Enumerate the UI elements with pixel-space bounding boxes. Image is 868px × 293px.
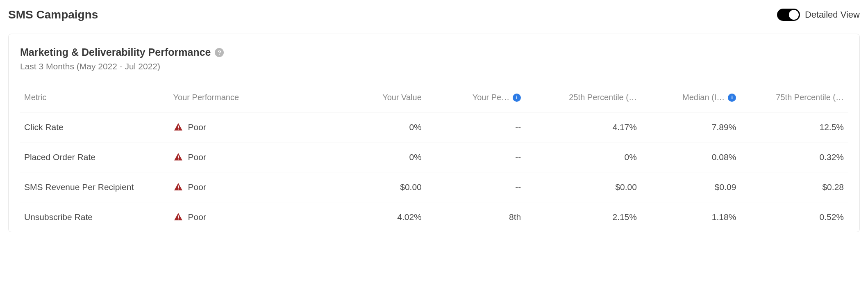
svg-rect-3 bbox=[178, 159, 179, 160]
col-median: Median (I… i bbox=[641, 83, 740, 112]
table-row: Unsubscribe RatePoor4.02%8th2.15%1.18%0.… bbox=[20, 202, 848, 232]
card-subtitle: Last 3 Months (May 2022 - Jul 2022) bbox=[20, 62, 848, 71]
percentile-cell: -- bbox=[426, 142, 525, 172]
svg-rect-0 bbox=[178, 126, 179, 128]
card-title: Marketing & Deliverability Performance bbox=[20, 46, 211, 58]
percentile-cell: -- bbox=[426, 112, 525, 142]
table-row: SMS Revenue Per RecipientPoor$0.00--$0.0… bbox=[20, 172, 848, 202]
svg-rect-5 bbox=[178, 189, 179, 190]
p25-cell: $0.00 bbox=[525, 172, 641, 202]
warning-icon bbox=[173, 212, 183, 222]
performance-label: Poor bbox=[188, 182, 206, 192]
performance-cell: Poor bbox=[169, 202, 318, 232]
performance-card: Marketing & Deliverability Performance ?… bbox=[8, 34, 860, 232]
warning-icon bbox=[173, 122, 183, 132]
warning-icon bbox=[173, 152, 183, 162]
metric-cell: Unsubscribe Rate bbox=[20, 202, 169, 232]
col-performance: Your Performance bbox=[169, 83, 318, 112]
p25-cell: 4.17% bbox=[525, 112, 641, 142]
col-value: Your Value bbox=[318, 83, 426, 112]
table-header-row: Metric Your Performance Your Value Your … bbox=[20, 83, 848, 112]
card-title-row: Marketing & Deliverability Performance ? bbox=[20, 46, 848, 58]
col-p25: 25th Percentile (… bbox=[525, 83, 641, 112]
performance-label: Poor bbox=[188, 212, 206, 222]
metric-cell: Click Rate bbox=[20, 112, 169, 142]
info-icon[interactable]: i bbox=[728, 94, 736, 102]
card-header: Marketing & Deliverability Performance ?… bbox=[20, 46, 848, 71]
info-icon[interactable]: i bbox=[513, 94, 521, 102]
svg-rect-2 bbox=[178, 156, 179, 158]
page-title: SMS Campaigns bbox=[8, 8, 98, 21]
page-header: SMS Campaigns Detailed View bbox=[8, 8, 860, 21]
p75-cell: $0.28 bbox=[740, 172, 848, 202]
value-cell: 0% bbox=[318, 142, 426, 172]
performance-cell: Poor bbox=[169, 172, 318, 202]
svg-rect-6 bbox=[178, 215, 179, 218]
performance-label: Poor bbox=[188, 152, 206, 162]
performance-cell: Poor bbox=[169, 112, 318, 142]
detailed-view-toggle-group: Detailed View bbox=[777, 9, 860, 21]
p75-cell: 12.5% bbox=[740, 112, 848, 142]
col-p75: 75th Percentile (… bbox=[740, 83, 848, 112]
col-percentile: Your Pe… i bbox=[426, 83, 525, 112]
value-cell: 4.02% bbox=[318, 202, 426, 232]
p75-cell: 0.32% bbox=[740, 142, 848, 172]
median-cell: 7.89% bbox=[641, 112, 740, 142]
table-row: Placed Order RatePoor0%--0%0.08%0.32% bbox=[20, 142, 848, 172]
table-row: Click RatePoor0%--4.17%7.89%12.5% bbox=[20, 112, 848, 142]
metrics-table: Metric Your Performance Your Value Your … bbox=[20, 83, 848, 232]
median-cell: 1.18% bbox=[641, 202, 740, 232]
value-cell: $0.00 bbox=[318, 172, 426, 202]
value-cell: 0% bbox=[318, 112, 426, 142]
help-icon[interactable]: ? bbox=[215, 48, 224, 57]
performance-cell: Poor bbox=[169, 142, 318, 172]
col-median-label: Median (I… bbox=[682, 93, 725, 102]
warning-icon bbox=[173, 182, 183, 192]
performance-label: Poor bbox=[188, 122, 206, 132]
svg-rect-1 bbox=[178, 129, 179, 130]
p25-cell: 0% bbox=[525, 142, 641, 172]
p25-cell: 2.15% bbox=[525, 202, 641, 232]
median-cell: 0.08% bbox=[641, 142, 740, 172]
svg-rect-4 bbox=[178, 185, 179, 188]
percentile-cell: 8th bbox=[426, 202, 525, 232]
median-cell: $0.09 bbox=[641, 172, 740, 202]
p75-cell: 0.52% bbox=[740, 202, 848, 232]
percentile-cell: -- bbox=[426, 172, 525, 202]
detailed-view-toggle[interactable] bbox=[777, 9, 800, 21]
svg-rect-7 bbox=[178, 219, 179, 220]
toggle-knob-icon bbox=[789, 10, 799, 20]
col-metric: Metric bbox=[20, 83, 169, 112]
detailed-view-label: Detailed View bbox=[805, 9, 860, 20]
metric-cell: Placed Order Rate bbox=[20, 142, 169, 172]
col-percentile-label: Your Pe… bbox=[473, 93, 509, 102]
metric-cell: SMS Revenue Per Recipient bbox=[20, 172, 169, 202]
